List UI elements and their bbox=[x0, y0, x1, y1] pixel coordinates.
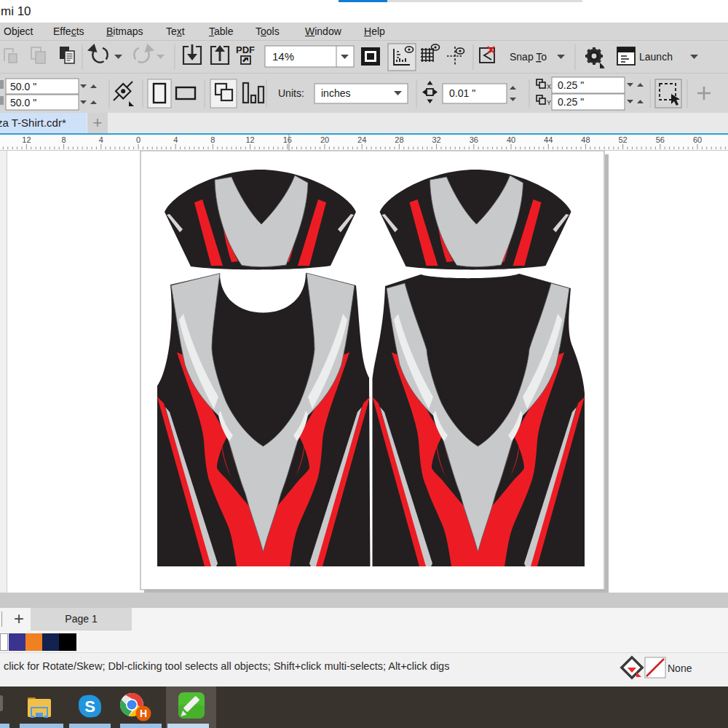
svg-text:32: 32 bbox=[432, 135, 440, 144]
svg-text:0: 0 bbox=[136, 135, 141, 144]
svg-text:PDF: PDF bbox=[236, 44, 255, 55]
svg-text:S: S bbox=[84, 697, 95, 716]
svg-text:0.25 ": 0.25 " bbox=[558, 79, 584, 91]
svg-text:56: 56 bbox=[656, 135, 665, 144]
svg-text:44: 44 bbox=[544, 135, 553, 144]
svg-text:X: X bbox=[547, 83, 551, 90]
svg-text:36: 36 bbox=[470, 135, 478, 144]
svg-text:Units:: Units: bbox=[278, 87, 304, 99]
svg-text:24: 24 bbox=[357, 135, 366, 144]
svg-text:4: 4 bbox=[99, 135, 103, 144]
svg-text:52: 52 bbox=[618, 135, 627, 144]
svg-text:28: 28 bbox=[395, 135, 403, 144]
svg-text:48: 48 bbox=[581, 135, 590, 144]
svg-text:Snap To: Snap To bbox=[510, 51, 547, 63]
svg-text:50.0 ": 50.0 " bbox=[10, 81, 36, 92]
svg-text:12: 12 bbox=[22, 135, 31, 144]
svg-text:12: 12 bbox=[245, 135, 254, 144]
svg-text:0.01 ": 0.01 " bbox=[449, 87, 475, 99]
svg-text:8: 8 bbox=[210, 135, 215, 144]
svg-text:20: 20 bbox=[320, 135, 329, 144]
svg-text:0.25 ": 0.25 " bbox=[558, 96, 584, 108]
svg-text:14%: 14% bbox=[272, 50, 294, 63]
svg-text:8: 8 bbox=[62, 135, 66, 144]
svg-text:4: 4 bbox=[173, 135, 178, 144]
svg-text:Launch: Launch bbox=[639, 51, 673, 63]
svg-text:inches: inches bbox=[321, 87, 350, 99]
svg-text:60: 60 bbox=[693, 135, 702, 144]
svg-text:50.0 ": 50.0 " bbox=[10, 97, 36, 108]
svg-text:Y: Y bbox=[547, 99, 551, 106]
svg-text:H: H bbox=[140, 708, 147, 719]
svg-text:40: 40 bbox=[507, 135, 515, 144]
svg-text:16: 16 bbox=[283, 135, 292, 144]
